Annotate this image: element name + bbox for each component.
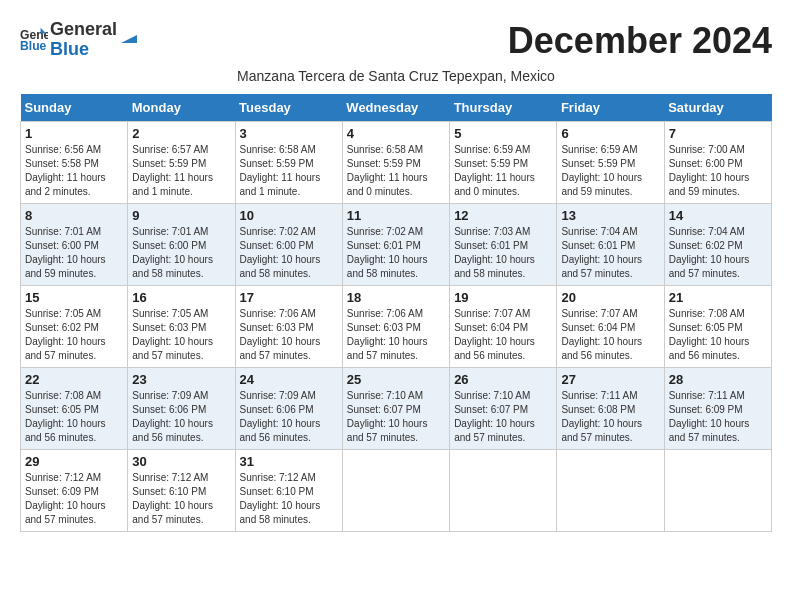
calendar-cell: 9Sunrise: 7:01 AMSunset: 6:00 PMDaylight… — [128, 204, 235, 286]
page-header: General Blue General Blue December 2024 — [20, 20, 772, 62]
day-detail: Sunrise: 7:12 AMSunset: 6:10 PMDaylight:… — [240, 471, 338, 527]
day-number: 5 — [454, 126, 552, 141]
day-detail: Sunrise: 7:12 AMSunset: 6:10 PMDaylight:… — [132, 471, 230, 527]
day-detail: Sunrise: 7:00 AMSunset: 6:00 PMDaylight:… — [669, 143, 767, 199]
day-detail: Sunrise: 7:09 AMSunset: 6:06 PMDaylight:… — [132, 389, 230, 445]
day-number: 24 — [240, 372, 338, 387]
day-number: 8 — [25, 208, 123, 223]
day-detail: Sunrise: 7:02 AMSunset: 6:00 PMDaylight:… — [240, 225, 338, 281]
day-number: 30 — [132, 454, 230, 469]
day-detail: Sunrise: 7:05 AMSunset: 6:02 PMDaylight:… — [25, 307, 123, 363]
calendar-cell — [450, 450, 557, 532]
day-detail: Sunrise: 7:01 AMSunset: 6:00 PMDaylight:… — [132, 225, 230, 281]
day-detail: Sunrise: 6:57 AMSunset: 5:59 PMDaylight:… — [132, 143, 230, 199]
day-detail: Sunrise: 7:04 AMSunset: 6:02 PMDaylight:… — [669, 225, 767, 281]
day-number: 15 — [25, 290, 123, 305]
day-detail: Sunrise: 7:07 AMSunset: 6:04 PMDaylight:… — [454, 307, 552, 363]
day-header-wednesday: Wednesday — [342, 94, 449, 122]
day-detail: Sunrise: 7:10 AMSunset: 6:07 PMDaylight:… — [347, 389, 445, 445]
calendar-cell: 19Sunrise: 7:07 AMSunset: 6:04 PMDayligh… — [450, 286, 557, 368]
day-detail: Sunrise: 6:59 AMSunset: 5:59 PMDaylight:… — [454, 143, 552, 199]
day-header-monday: Monday — [128, 94, 235, 122]
calendar-cell: 30Sunrise: 7:12 AMSunset: 6:10 PMDayligh… — [128, 450, 235, 532]
calendar-cell: 1Sunrise: 6:56 AMSunset: 5:58 PMDaylight… — [21, 122, 128, 204]
day-detail: Sunrise: 7:07 AMSunset: 6:04 PMDaylight:… — [561, 307, 659, 363]
day-detail: Sunrise: 7:08 AMSunset: 6:05 PMDaylight:… — [669, 307, 767, 363]
calendar-body: 1Sunrise: 6:56 AMSunset: 5:58 PMDaylight… — [21, 122, 772, 532]
calendar-week-1: 1Sunrise: 6:56 AMSunset: 5:58 PMDaylight… — [21, 122, 772, 204]
day-number: 1 — [25, 126, 123, 141]
day-number: 13 — [561, 208, 659, 223]
day-number: 23 — [132, 372, 230, 387]
day-detail: Sunrise: 7:06 AMSunset: 6:03 PMDaylight:… — [240, 307, 338, 363]
calendar-cell: 12Sunrise: 7:03 AMSunset: 6:01 PMDayligh… — [450, 204, 557, 286]
day-number: 7 — [669, 126, 767, 141]
day-number: 9 — [132, 208, 230, 223]
day-detail: Sunrise: 7:02 AMSunset: 6:01 PMDaylight:… — [347, 225, 445, 281]
calendar-cell: 4Sunrise: 6:58 AMSunset: 5:59 PMDaylight… — [342, 122, 449, 204]
calendar-table: SundayMondayTuesdayWednesdayThursdayFrid… — [20, 94, 772, 532]
day-number: 21 — [669, 290, 767, 305]
day-detail: Sunrise: 7:12 AMSunset: 6:09 PMDaylight:… — [25, 471, 123, 527]
logo: General Blue General Blue — [20, 20, 139, 60]
day-number: 4 — [347, 126, 445, 141]
calendar-week-5: 29Sunrise: 7:12 AMSunset: 6:09 PMDayligh… — [21, 450, 772, 532]
logo-arrow-icon — [119, 25, 139, 45]
calendar-cell: 16Sunrise: 7:05 AMSunset: 6:03 PMDayligh… — [128, 286, 235, 368]
day-number: 27 — [561, 372, 659, 387]
calendar-cell — [664, 450, 771, 532]
day-detail: Sunrise: 7:06 AMSunset: 6:03 PMDaylight:… — [347, 307, 445, 363]
calendar-cell: 31Sunrise: 7:12 AMSunset: 6:10 PMDayligh… — [235, 450, 342, 532]
day-number: 18 — [347, 290, 445, 305]
day-number: 31 — [240, 454, 338, 469]
calendar-cell: 23Sunrise: 7:09 AMSunset: 6:06 PMDayligh… — [128, 368, 235, 450]
day-number: 25 — [347, 372, 445, 387]
calendar-cell: 13Sunrise: 7:04 AMSunset: 6:01 PMDayligh… — [557, 204, 664, 286]
calendar-cell: 21Sunrise: 7:08 AMSunset: 6:05 PMDayligh… — [664, 286, 771, 368]
day-number: 3 — [240, 126, 338, 141]
calendar-cell: 28Sunrise: 7:11 AMSunset: 6:09 PMDayligh… — [664, 368, 771, 450]
day-detail: Sunrise: 6:56 AMSunset: 5:58 PMDaylight:… — [25, 143, 123, 199]
calendar-cell: 6Sunrise: 6:59 AMSunset: 5:59 PMDaylight… — [557, 122, 664, 204]
calendar-cell: 24Sunrise: 7:09 AMSunset: 6:06 PMDayligh… — [235, 368, 342, 450]
calendar-cell: 25Sunrise: 7:10 AMSunset: 6:07 PMDayligh… — [342, 368, 449, 450]
logo-general: General — [50, 20, 117, 40]
svg-text:Blue: Blue — [20, 39, 47, 53]
day-number: 26 — [454, 372, 552, 387]
calendar-cell: 5Sunrise: 6:59 AMSunset: 5:59 PMDaylight… — [450, 122, 557, 204]
logo-icon: General Blue — [20, 26, 48, 54]
day-detail: Sunrise: 7:09 AMSunset: 6:06 PMDaylight:… — [240, 389, 338, 445]
month-title: December 2024 — [508, 20, 772, 62]
location-title: Manzana Tercera de Santa Cruz Tepexpan, … — [20, 68, 772, 84]
day-detail: Sunrise: 6:58 AMSunset: 5:59 PMDaylight:… — [240, 143, 338, 199]
calendar-cell: 11Sunrise: 7:02 AMSunset: 6:01 PMDayligh… — [342, 204, 449, 286]
day-header-sunday: Sunday — [21, 94, 128, 122]
logo-blue: Blue — [50, 40, 117, 60]
calendar-cell: 20Sunrise: 7:07 AMSunset: 6:04 PMDayligh… — [557, 286, 664, 368]
svg-marker-3 — [121, 35, 137, 43]
day-number: 2 — [132, 126, 230, 141]
calendar-cell: 10Sunrise: 7:02 AMSunset: 6:00 PMDayligh… — [235, 204, 342, 286]
day-header-saturday: Saturday — [664, 94, 771, 122]
calendar-cell: 8Sunrise: 7:01 AMSunset: 6:00 PMDaylight… — [21, 204, 128, 286]
calendar-cell: 17Sunrise: 7:06 AMSunset: 6:03 PMDayligh… — [235, 286, 342, 368]
calendar-week-2: 8Sunrise: 7:01 AMSunset: 6:00 PMDaylight… — [21, 204, 772, 286]
day-detail: Sunrise: 7:08 AMSunset: 6:05 PMDaylight:… — [25, 389, 123, 445]
calendar-cell: 3Sunrise: 6:58 AMSunset: 5:59 PMDaylight… — [235, 122, 342, 204]
day-number: 29 — [25, 454, 123, 469]
calendar-cell — [342, 450, 449, 532]
day-number: 22 — [25, 372, 123, 387]
calendar-cell: 29Sunrise: 7:12 AMSunset: 6:09 PMDayligh… — [21, 450, 128, 532]
day-detail: Sunrise: 6:58 AMSunset: 5:59 PMDaylight:… — [347, 143, 445, 199]
calendar-cell — [557, 450, 664, 532]
day-number: 6 — [561, 126, 659, 141]
calendar-header-row: SundayMondayTuesdayWednesdayThursdayFrid… — [21, 94, 772, 122]
calendar-cell: 27Sunrise: 7:11 AMSunset: 6:08 PMDayligh… — [557, 368, 664, 450]
day-detail: Sunrise: 6:59 AMSunset: 5:59 PMDaylight:… — [561, 143, 659, 199]
day-number: 28 — [669, 372, 767, 387]
day-number: 11 — [347, 208, 445, 223]
day-detail: Sunrise: 7:03 AMSunset: 6:01 PMDaylight:… — [454, 225, 552, 281]
day-number: 12 — [454, 208, 552, 223]
day-detail: Sunrise: 7:04 AMSunset: 6:01 PMDaylight:… — [561, 225, 659, 281]
calendar-cell: 26Sunrise: 7:10 AMSunset: 6:07 PMDayligh… — [450, 368, 557, 450]
